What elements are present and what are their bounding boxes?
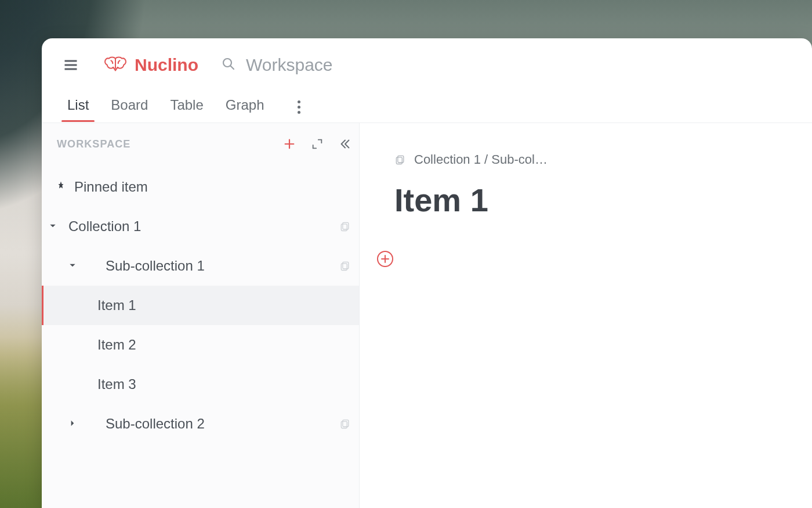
tab-list[interactable]: List	[67, 93, 89, 121]
hamburger-icon	[63, 57, 79, 73]
pinned-item-label: Pinned item	[74, 179, 148, 195]
svg-rect-10	[341, 264, 347, 271]
page-title[interactable]: Item 1	[394, 181, 777, 219]
breadcrumb[interactable]: Collection 1 / Sub-collection 1	[394, 152, 777, 167]
expand-icon	[311, 138, 324, 150]
sidebar-item-3[interactable]: Item 3	[42, 365, 359, 404]
sidebar-sub-collection-2[interactable]: Sub-collection 2	[42, 404, 359, 444]
chevron-right-icon	[42, 419, 68, 428]
content-area: Collection 1 / Sub-collection 1 Item 1	[360, 123, 812, 508]
tab-graph[interactable]: Graph	[226, 93, 264, 121]
app-header: Nuclino	[42, 38, 812, 92]
sidebar-item-2[interactable]: Item 2	[42, 325, 359, 365]
item-2-label: Item 2	[42, 337, 136, 353]
plus-icon	[283, 138, 296, 150]
svg-rect-14	[396, 157, 402, 164]
kebab-icon	[298, 106, 300, 109]
brand[interactable]: Nuclino	[102, 55, 198, 75]
collection-icon	[339, 260, 351, 272]
svg-rect-11	[343, 420, 349, 427]
chevron-down-icon	[42, 261, 68, 271]
collection-1-label: Collection 1	[53, 218, 141, 235]
sidebar-sub-collection-1[interactable]: Sub-collection 1	[42, 246, 359, 286]
sidebar-header: WORKSPACE	[42, 123, 359, 165]
collection-icon	[339, 221, 351, 232]
app-body: WORKSPACE	[42, 123, 812, 508]
tab-table[interactable]: Table	[170, 93, 203, 121]
tab-board[interactable]: Board	[111, 93, 148, 121]
item-1-label: Item 1	[42, 297, 136, 314]
search	[222, 55, 812, 75]
chevron-down-icon	[42, 222, 51, 231]
sidebar-fullscreen-button[interactable]	[303, 130, 331, 158]
collection-icon	[339, 418, 351, 430]
svg-rect-8	[341, 224, 347, 231]
sidebar-add-button[interactable]	[276, 130, 303, 158]
svg-rect-12	[341, 421, 347, 428]
svg-rect-13	[398, 156, 404, 163]
brand-name: Nuclino	[135, 55, 198, 75]
sub-collection-1-label: Sub-collection 1	[71, 258, 205, 274]
breadcrumb-icon	[394, 154, 406, 165]
sidebar-item-1[interactable]: Item 1	[42, 286, 359, 325]
svg-rect-9	[343, 262, 349, 269]
brain-icon	[102, 55, 129, 75]
tabs-more-button[interactable]	[291, 99, 307, 116]
svg-rect-7	[343, 222, 349, 229]
item-3-label: Item 3	[42, 376, 136, 392]
breadcrumb-text: Collection 1 / Sub-collection 1	[414, 152, 548, 167]
menu-button[interactable]	[57, 51, 85, 79]
workspace-label: WORKSPACE	[57, 138, 130, 150]
sidebar: WORKSPACE	[42, 123, 360, 508]
sidebar-pinned-item[interactable]: Pinned item	[42, 167, 359, 207]
add-content-button[interactable]	[377, 251, 393, 267]
sidebar-collection-1[interactable]: Collection 1	[42, 207, 359, 246]
svg-line-4	[231, 66, 234, 70]
view-tabs: List Board Table Graph	[42, 92, 812, 123]
search-input[interactable]	[246, 55, 455, 75]
sub-collection-2-label: Sub-collection 2	[71, 416, 205, 432]
chevrons-left-icon	[339, 138, 351, 150]
sidebar-tree: Pinned item Collection 1	[42, 165, 359, 508]
app-window: Nuclino List Board Table Graph WORKSPACE	[42, 38, 812, 508]
sidebar-collapse-button[interactable]	[331, 130, 359, 158]
search-icon	[222, 57, 235, 73]
pin-icon	[42, 181, 74, 193]
